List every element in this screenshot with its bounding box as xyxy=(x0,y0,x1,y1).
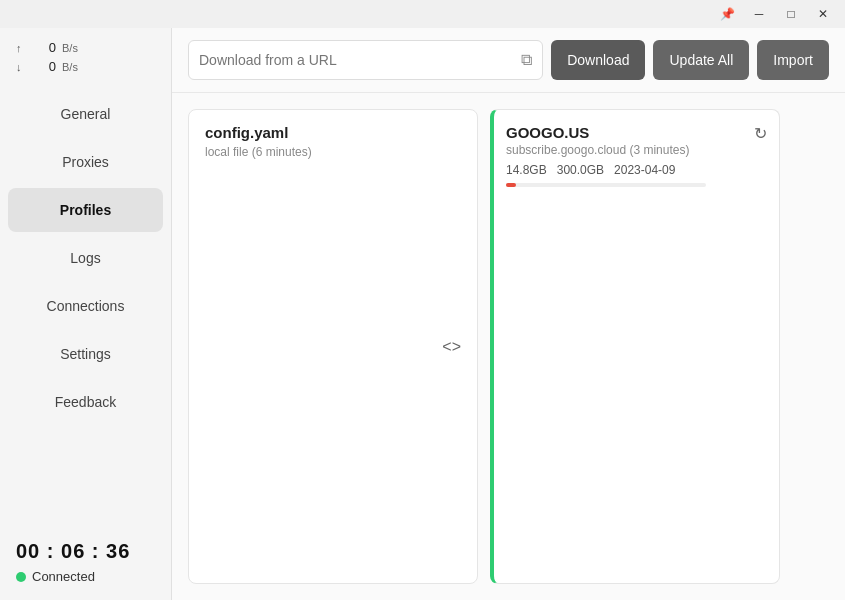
upload-value: 0 xyxy=(32,40,56,55)
sidebar-item-connections[interactable]: Connections xyxy=(8,284,163,328)
stats-area: ↑ 0 B/s ↓ 0 B/s xyxy=(0,28,171,82)
app-body: ↑ 0 B/s ↓ 0 B/s General Proxies Profiles… xyxy=(0,28,845,600)
profile-card-googo-us[interactable]: ↻ GOOGO.US subscribe.googo.cloud (3 minu… xyxy=(490,109,780,584)
time-display: 00 : 06 : 36 xyxy=(16,540,155,563)
profile-active-sub: subscribe.googo.cloud (3 minutes) xyxy=(506,143,763,157)
sidebar-bottom: 00 : 06 : 36 Connected xyxy=(0,524,171,600)
url-input[interactable] xyxy=(199,52,513,68)
profile-edit-button[interactable]: <> xyxy=(438,334,465,360)
titlebar: 📌 ─ □ ✕ xyxy=(0,0,845,28)
sidebar-item-proxies[interactable]: Proxies xyxy=(8,140,163,184)
profile-active-stats: 14.8GB 300.0GB 2023-04-09 xyxy=(506,163,763,177)
update-all-button[interactable]: Update All xyxy=(653,40,749,80)
connected-dot-icon xyxy=(16,572,26,582)
sidebar: ↑ 0 B/s ↓ 0 B/s General Proxies Profiles… xyxy=(0,28,172,600)
profile-date: 2023-04-09 xyxy=(614,163,675,177)
pin-button[interactable]: 📌 xyxy=(713,4,741,24)
url-input-wrapper[interactable]: ⧉ xyxy=(188,40,543,80)
sidebar-item-profiles[interactable]: Profiles xyxy=(8,188,163,232)
main-content: ⧉ Download Update All Import config.yaml… xyxy=(172,28,845,600)
profile-used: 14.8GB xyxy=(506,163,547,177)
profile-usage-fill xyxy=(506,183,516,187)
maximize-button[interactable]: □ xyxy=(777,4,805,24)
sidebar-item-settings[interactable]: Settings xyxy=(8,332,163,376)
download-value: 0 xyxy=(32,59,56,74)
download-unit: B/s xyxy=(62,61,78,73)
profile-name: config.yaml xyxy=(205,124,461,141)
copy-icon[interactable]: ⧉ xyxy=(521,51,532,69)
upload-unit: B/s xyxy=(62,42,78,54)
toolbar: ⧉ Download Update All Import xyxy=(172,28,845,93)
profile-sub: local file (6 minutes) xyxy=(205,145,461,159)
sidebar-item-logs[interactable]: Logs xyxy=(8,236,163,280)
profile-refresh-button[interactable]: ↻ xyxy=(754,124,767,143)
minimize-button[interactable]: ─ xyxy=(745,4,773,24)
close-button[interactable]: ✕ xyxy=(809,4,837,24)
download-button[interactable]: Download xyxy=(551,40,645,80)
sidebar-nav: General Proxies Profiles Logs Connection… xyxy=(0,82,171,524)
download-arrow-icon: ↓ xyxy=(16,61,26,73)
download-stat: ↓ 0 B/s xyxy=(16,59,155,74)
upload-stat: ↑ 0 B/s xyxy=(16,40,155,55)
sidebar-item-general[interactable]: General xyxy=(8,92,163,136)
profile-card-config-yaml[interactable]: config.yaml local file (6 minutes) <> xyxy=(188,109,478,584)
profile-usage-bar xyxy=(506,183,706,187)
profile-total: 300.0GB xyxy=(557,163,604,177)
upload-arrow-icon: ↑ xyxy=(16,42,26,54)
profile-active-name: GOOGO.US xyxy=(506,124,763,141)
connected-label: Connected xyxy=(32,569,95,584)
sidebar-item-feedback[interactable]: Feedback xyxy=(8,380,163,424)
profiles-area: config.yaml local file (6 minutes) <> ↻ … xyxy=(172,93,845,600)
profile-actions: <> xyxy=(438,334,465,360)
import-button[interactable]: Import xyxy=(757,40,829,80)
connection-status: Connected xyxy=(16,569,155,584)
